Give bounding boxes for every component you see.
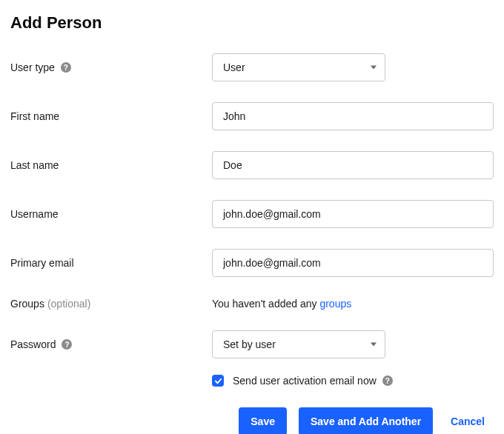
- first-name-row: First name: [10, 102, 494, 130]
- primary-email-input[interactable]: [212, 249, 494, 277]
- user-type-select[interactable]: User: [212, 53, 385, 81]
- username-input[interactable]: [212, 200, 494, 228]
- last-name-input[interactable]: [212, 151, 494, 179]
- check-icon: [214, 377, 222, 385]
- save-button[interactable]: Save: [239, 407, 287, 434]
- last-name-label-text: Last name: [10, 159, 59, 171]
- groups-label-text: Groups: [10, 298, 44, 310]
- primary-email-label: Primary email: [10, 257, 212, 269]
- groups-row: Groups (optional) You haven't added any …: [10, 298, 494, 310]
- first-name-input[interactable]: [212, 102, 494, 130]
- activation-email-checkbox[interactable]: [212, 375, 224, 387]
- activation-email-label: Send user activation email now ?: [233, 375, 393, 387]
- first-name-label: First name: [10, 110, 212, 122]
- cancel-button[interactable]: Cancel: [445, 407, 491, 434]
- password-select-wrap: Set by user: [212, 330, 385, 358]
- username-row: Username: [10, 200, 494, 228]
- first-name-control: [212, 102, 494, 130]
- password-label: Password ?: [10, 338, 212, 350]
- primary-email-label-text: Primary email: [10, 257, 74, 269]
- password-row: Password ? Set by user: [10, 330, 494, 358]
- activation-email-label-text: Send user activation email now: [233, 375, 377, 387]
- groups-optional-text: (optional): [47, 298, 90, 310]
- groups-link[interactable]: groups: [319, 298, 351, 310]
- help-icon[interactable]: ?: [382, 375, 393, 386]
- primary-email-control: [212, 249, 494, 277]
- user-type-control: User: [212, 53, 494, 81]
- password-label-text: Password: [10, 338, 56, 350]
- user-type-select-wrap: User: [212, 53, 385, 81]
- primary-email-row: Primary email: [10, 249, 494, 277]
- last-name-control: [212, 151, 494, 179]
- user-type-label-text: User type: [10, 61, 55, 73]
- password-control: Set by user: [212, 330, 494, 358]
- password-select[interactable]: Set by user: [212, 330, 385, 358]
- activation-email-row: Send user activation email now ?: [212, 375, 494, 387]
- first-name-label-text: First name: [10, 110, 59, 122]
- help-icon[interactable]: ?: [62, 339, 72, 350]
- last-name-row: Last name: [10, 151, 494, 179]
- groups-empty-prefix: You haven't added any: [212, 298, 319, 310]
- help-icon[interactable]: ?: [61, 62, 71, 73]
- username-control: [212, 200, 494, 228]
- page-title: Add Person: [10, 13, 494, 33]
- user-type-row: User type ? User: [10, 53, 494, 81]
- groups-label: Groups (optional): [10, 298, 212, 310]
- username-label: Username: [10, 208, 212, 220]
- user-type-label: User type ?: [10, 61, 212, 73]
- username-label-text: Username: [10, 208, 59, 220]
- last-name-label: Last name: [10, 159, 212, 171]
- save-and-add-another-button[interactable]: Save and Add Another: [299, 407, 433, 434]
- button-row: Save Save and Add Another Cancel: [10, 407, 494, 434]
- groups-empty-text: You haven't added any groups: [212, 298, 494, 310]
